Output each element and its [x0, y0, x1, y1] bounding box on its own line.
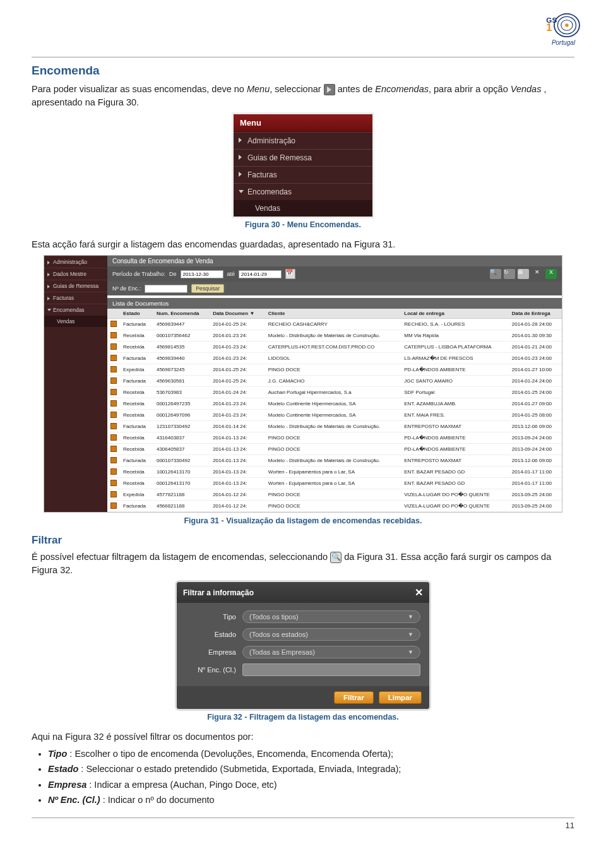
cell: Modelo - Distribuição de Materiais de Co… — [265, 421, 401, 432]
cell: PD-LA�NDOS AMBIENTE — [401, 444, 509, 455]
calendar-icon[interactable]: 📅 — [285, 269, 295, 279]
table-row[interactable]: Recebida0001264972352014-01-23 24:Modelo… — [107, 398, 562, 410]
side-encomendas[interactable]: Encomendas — [44, 304, 107, 316]
row-icon — [107, 421, 120, 432]
heading-filtrar: Filtrar — [32, 534, 574, 547]
row-icon — [107, 410, 120, 421]
heading-encomenda: Encomenda — [32, 64, 574, 78]
table-row[interactable]: Facturada45668211882014-01-12 24:PINGO D… — [107, 501, 562, 512]
limpar-button[interactable]: Limpar — [379, 691, 422, 704]
cell: 4569873245 — [153, 364, 210, 376]
empresa-select[interactable]: (Todas as Empresas)▼ — [242, 646, 420, 658]
side-admin[interactable]: Administração — [44, 256, 107, 268]
col-cliente[interactable]: Cliente — [265, 309, 401, 319]
tipo-label: Tipo — [186, 613, 236, 621]
listing-sidebar: Administração Dados Mestre Guias de Reme… — [44, 256, 107, 512]
menu-item-guias[interactable]: Guias de Remessa — [234, 149, 372, 166]
cell: Recebida — [120, 432, 153, 444]
table-row[interactable]: Recebida0001264131702014-01-13 24:Worten… — [107, 478, 562, 489]
cell: 000107330492 — [153, 455, 210, 467]
table-row[interactable]: Expedida45778211882014-01-12 24:PINGO DO… — [107, 489, 562, 501]
date-from-input[interactable] — [181, 270, 223, 278]
delete-icon[interactable]: ✕ — [532, 269, 543, 279]
cell: 2014-01-21 24:00 — [509, 342, 562, 353]
table-row[interactable]: Facturada1231073304922014-01-14 24:Model… — [107, 421, 562, 432]
side-facturas[interactable]: Facturas — [44, 292, 107, 304]
nenc-dialog-input[interactable] — [242, 663, 420, 676]
side-vendas[interactable]: Vendas — [44, 316, 107, 327]
cell: 4316403837 — [153, 432, 210, 444]
cell: PINGO DOCE — [265, 444, 401, 455]
cell: Auchan Portugal Hipermercados, S.a — [265, 387, 401, 398]
excel-icon[interactable]: X — [545, 269, 557, 279]
col-estado[interactable]: Estado — [120, 309, 153, 319]
cell: VIZELA-LUGAR DO PO�O QUENTE — [401, 489, 509, 501]
table-row[interactable]: Recebida0001073564622014-01-23 24:Modelo… — [107, 330, 562, 342]
cell: Recebida — [120, 410, 153, 421]
svg-text:1: 1 — [546, 21, 552, 33]
ate-label: até — [227, 271, 235, 277]
menu-sub-vendas[interactable]: Vendas — [234, 200, 372, 217]
table-row[interactable]: Recebida1001264131702014-01-13 24:Worten… — [107, 467, 562, 478]
estado-select[interactable]: (Todos os estados)▼ — [242, 628, 420, 641]
col-entrega[interactable]: Data de Entrega — [509, 309, 562, 319]
filtrar-button[interactable]: Filtrar — [334, 691, 374, 704]
tipo-select[interactable]: (Todos os tipos)▼ — [242, 610, 420, 623]
cell: Recebida — [120, 398, 153, 410]
svg-point-3 — [565, 23, 568, 27]
menu-item-encomendas[interactable]: Encomendas — [234, 183, 372, 200]
search-icon[interactable]: 🔍 — [490, 269, 501, 279]
cell: Facturada — [120, 376, 153, 387]
col-num[interactable]: Num. Encomenda — [153, 309, 210, 319]
cell: 2014-01-14 24: — [210, 421, 265, 432]
cell: 2014-01-25 08:00 — [509, 410, 562, 421]
menu-item-facturas[interactable]: Facturas — [234, 166, 372, 183]
table-row[interactable]: Recebida45698145352014-01-23 24:CATERPLU… — [107, 342, 562, 353]
table-row[interactable]: Recebida5367039832014-01-24 24:Auchan Po… — [107, 387, 562, 398]
close-icon[interactable]: ✕ — [415, 586, 423, 598]
cell: 2014-01-24 24: — [210, 387, 265, 398]
cell: 2014-01-13 24: — [210, 444, 265, 455]
row-icon — [107, 455, 120, 467]
table-row[interactable]: Expedida45698732452014-01-25 24:PINGO DO… — [107, 364, 562, 376]
cell: 2014-01-13 24: — [210, 432, 265, 444]
paragraph-1: Para poder visualizar as suas encomendas… — [32, 83, 574, 109]
date-to-input[interactable] — [239, 270, 282, 278]
list-header: Lista de Documentos — [107, 298, 562, 309]
row-icon — [107, 444, 120, 455]
col-local[interactable]: Local de entrega — [401, 309, 509, 319]
table-row[interactable]: Facturada45698394472014-01-25 24:RECHEIO… — [107, 319, 562, 330]
cell: 2014-01-23 24: — [210, 342, 265, 353]
paragraph-4: Aqui na Figura 32 é possível filtrar os … — [32, 730, 574, 744]
cell: 2014-01-23 24: — [210, 353, 265, 364]
cell: Recebida — [120, 387, 153, 398]
table-row[interactable]: Facturada45696305812014-01-25 24:J.G. CA… — [107, 376, 562, 387]
cell: ENT. MAIA FRES. — [401, 410, 509, 421]
cell: Expedida — [120, 364, 153, 376]
cell: 2013-09-24 24:00 — [509, 444, 562, 455]
cell: 000126497096 — [153, 410, 210, 421]
cell: 2014-01-25 24: — [210, 364, 265, 376]
table-row[interactable]: Recebida0001264970962014-01-23 24:Modelo… — [107, 410, 562, 421]
table-row[interactable]: Recebida43164038372014-01-13 24:PINGO DO… — [107, 432, 562, 444]
cell: CATERPLUS - LISBOA PLATAFORMA — [401, 342, 509, 353]
table-row[interactable]: Facturada0001073304922014-01-13 24:Model… — [107, 455, 562, 467]
table-row[interactable]: Facturada45698394402014-01-23 24:LIDOSOL… — [107, 353, 562, 364]
cell: J.G. CAMACHO — [265, 376, 401, 387]
cell: 2014-01-17 11:00 — [509, 478, 562, 489]
table-row[interactable]: Recebida43064058372014-01-13 24:PINGO DO… — [107, 444, 562, 455]
col-data[interactable]: Data Documen ▼ — [210, 309, 265, 319]
refresh-icon[interactable]: ↻ — [504, 269, 515, 279]
side-guias[interactable]: Guias de Remessa — [44, 280, 107, 292]
filter-dialog: Filtrar a informação ✕ Tipo (Todos os ti… — [177, 582, 429, 709]
side-dados[interactable]: Dados Mestre — [44, 268, 107, 280]
menu-item-admin[interactable]: Administração — [234, 132, 372, 149]
print-icon[interactable]: 🖶 — [518, 269, 529, 279]
cell: 123107330492 — [153, 421, 210, 432]
pesquisar-button[interactable]: Pesquisar — [191, 284, 224, 293]
nenc-input[interactable] — [145, 285, 187, 293]
cell: 2013-09-24 24:00 — [509, 432, 562, 444]
logo-country: Portugal — [546, 39, 581, 46]
row-icon — [107, 330, 120, 342]
empresa-label: Empresa — [186, 648, 236, 656]
